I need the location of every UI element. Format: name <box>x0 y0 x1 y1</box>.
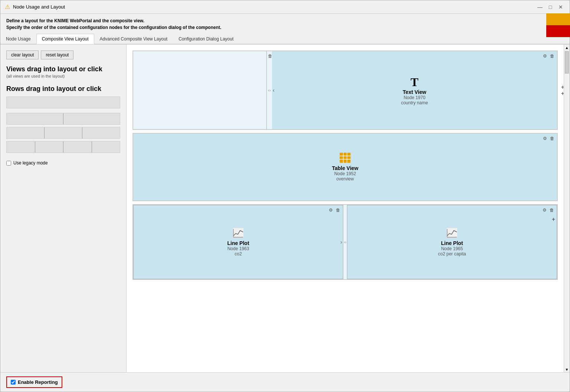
lineplot2-cell: ⚙ 🗑 + Line Plot <box>347 205 557 279</box>
table-view-cell: Table View Node 1952 overview <box>133 134 557 200</box>
settings-textview-icon[interactable]: ⚙ <box>541 53 548 59</box>
table-view-icon <box>340 153 351 163</box>
add-col-lineplot2-icon[interactable]: + <box>552 216 555 222</box>
rows-title: Rows drag into layout or click <box>6 85 120 93</box>
logo-red-right <box>546 25 558 37</box>
delete-tableview-icon[interactable]: 🗑 <box>549 135 556 142</box>
row1-left-cell <box>133 51 267 129</box>
svg-rect-0 <box>340 153 351 163</box>
warning-icon: ⚠ <box>5 3 10 10</box>
description-area: Define a layout for the KNIME WebPortal … <box>0 14 570 34</box>
delete-lineplot2-icon[interactable]: 🗑 <box>548 207 555 213</box>
table-view-node: Node 1952 <box>334 171 356 176</box>
resize-arrow-left[interactable]: ‹ <box>273 87 275 93</box>
scroll-down-btn[interactable]: ▼ <box>564 366 570 372</box>
scroll-up-btn[interactable]: ▲ <box>564 45 570 50</box>
bottom-bar: Enable Reporting <box>0 372 570 392</box>
layout-row-2: ⚙ 🗑 Table View Node 1952 overview <box>132 133 558 201</box>
layout-row-3: ⚙ 🗑 Line Plot Node 1963 co2 <box>132 204 558 280</box>
window: ⚠ Node Usage and Layout — □ ✕ Define a l… <box>0 0 570 392</box>
text-view-icon: T <box>410 75 418 89</box>
lineplot1-title: Line Plot <box>227 240 249 246</box>
lineplot2-controls: ⚙ 🗑 <box>541 207 555 213</box>
resize-arrow-lineplot1[interactable]: › <box>340 239 342 245</box>
clear-layout-button[interactable]: clear layout <box>6 50 39 59</box>
delete-row1-icon[interactable]: 🗑 <box>267 53 273 59</box>
lineplot1-icon <box>233 228 244 238</box>
delete-lineplot1-icon[interactable]: 🗑 <box>335 207 341 213</box>
table-view-title: Table View <box>332 165 358 171</box>
add-row-below-icon[interactable]: + <box>561 91 564 97</box>
lineplot1-cell: ⚙ 🗑 Line Plot Node 1963 co2 <box>133 205 343 279</box>
reset-layout-button[interactable]: reset layout <box>41 50 73 59</box>
close-button[interactable]: ✕ <box>556 3 565 11</box>
svg-rect-8 <box>446 228 458 238</box>
table-view-desc: overview <box>336 176 354 182</box>
legacy-mode-checkbox-label[interactable]: Use legacy mode <box>6 160 120 166</box>
row-template-3col[interactable] <box>6 127 120 139</box>
tableview-controls: ⚙ 🗑 <box>541 135 556 142</box>
enable-reporting-checkbox[interactable] <box>11 380 16 385</box>
settings-tableview-icon[interactable]: ⚙ <box>541 135 548 142</box>
delete-textview-icon[interactable]: 🗑 <box>549 53 556 59</box>
row-template-1col[interactable] <box>6 97 120 108</box>
logo-red-left <box>558 25 570 37</box>
lineplot2-desc: co2 per capita <box>438 251 466 257</box>
tab-node-usage[interactable]: Node Usage <box>0 34 36 44</box>
sidebar-buttons: clear layout reset layout <box>6 50 120 59</box>
row-template-4col[interactable] <box>6 141 120 153</box>
legacy-mode-checkbox[interactable] <box>6 161 11 166</box>
description-line1: Define a layout for the KNIME WebPortal … <box>6 17 564 24</box>
window-title: Node Usage and Layout <box>13 4 65 10</box>
rows-section: Rows drag into layout or click <box>6 82 120 153</box>
lineplot2-title: Line Plot <box>441 240 463 246</box>
enable-reporting-text: Enable Reporting <box>18 379 58 385</box>
views-section: Views drag into layout or click (all vie… <box>6 65 120 78</box>
row-template-2col[interactable] <box>6 113 120 125</box>
scrollbar[interactable]: ▲ ▼ <box>564 45 570 372</box>
settings-lineplot1-icon[interactable]: ⚙ <box>327 207 334 213</box>
svg-rect-5 <box>233 228 244 238</box>
tabs-bar: Node Usage Composite View Layout Advance… <box>0 34 570 44</box>
views-subtitle: (all views are used in the layout) <box>6 74 120 78</box>
maximize-button[interactable]: □ <box>546 3 555 11</box>
settings-lineplot2-icon[interactable]: ⚙ <box>541 207 548 213</box>
enable-reporting-label[interactable]: Enable Reporting <box>6 376 62 388</box>
resize-handle-row1[interactable]: ‹› <box>267 51 272 129</box>
logo-area <box>546 13 570 37</box>
tab-advanced-composite[interactable]: Advanced Composite View Layout <box>94 34 173 44</box>
views-title: Views drag into layout or click <box>6 65 120 73</box>
scrollbar-thumb[interactable] <box>565 51 569 74</box>
text-view-node: Node 1970 <box>404 95 426 100</box>
text-view-cell: ⚙ 🗑 T Text View Node 1970 country name +… <box>272 51 557 129</box>
lineplot2-icon <box>446 228 458 238</box>
text-view-title: Text View <box>403 89 426 95</box>
lineplot2-node: Node 1965 <box>441 246 463 251</box>
title-bar: ⚠ Node Usage and Layout — □ ✕ <box>0 0 570 14</box>
text-view-controls: ⚙ 🗑 <box>541 53 556 59</box>
tab-configuration-dialog[interactable]: Configuration Dialog Layout <box>173 34 239 44</box>
sidebar: clear layout reset layout Views drag int… <box>0 45 127 372</box>
minimize-button[interactable]: — <box>535 3 544 11</box>
row3-resize-handle[interactable]: ‹› <box>343 205 347 279</box>
lineplot1-node: Node 1963 <box>227 246 249 251</box>
text-view-desc: country name <box>401 100 428 105</box>
main-content: clear layout reset layout Views drag int… <box>0 44 570 372</box>
tab-composite-view-layout[interactable]: Composite View Layout <box>36 34 94 44</box>
legacy-mode-label: Use legacy mode <box>13 160 48 166</box>
logo-orange <box>546 13 570 25</box>
lineplot1-controls: ⚙ 🗑 <box>327 207 341 213</box>
add-col-right-icon[interactable]: + <box>561 84 564 90</box>
layout-row-1: 🗑 ‹› ⚙ 🗑 T Text View <box>132 50 558 130</box>
layout-area: 🗑 ‹› ⚙ 🗑 T Text View <box>127 45 564 372</box>
lineplot1-desc: co2 <box>235 251 242 257</box>
description-line2: Specify the order of the contained confi… <box>6 24 564 31</box>
